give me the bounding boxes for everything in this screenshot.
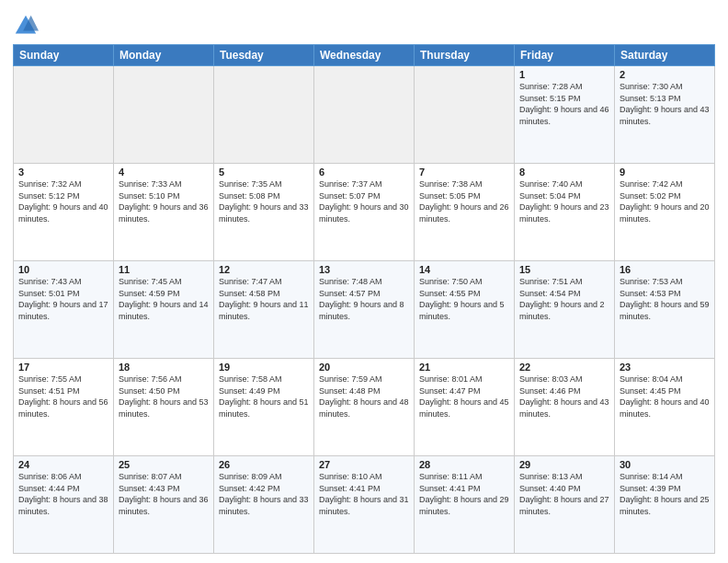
- day-number: 1: [519, 69, 609, 80]
- calendar-table: SundayMondayTuesdayWednesdayThursdayFrid…: [13, 44, 715, 554]
- day-number: 30: [620, 459, 710, 470]
- day-info: Sunrise: 8:14 AM Sunset: 4:39 PM Dayligh…: [620, 471, 710, 517]
- day-number: 22: [519, 362, 609, 373]
- day-info: Sunrise: 7:42 AM Sunset: 5:02 PM Dayligh…: [620, 178, 710, 224]
- calendar-day-cell: 29Sunrise: 8:13 AM Sunset: 4:40 PM Dayli…: [515, 456, 615, 554]
- calendar-day-cell: 22Sunrise: 8:03 AM Sunset: 4:46 PM Dayli…: [515, 359, 615, 456]
- day-info: Sunrise: 7:59 AM Sunset: 4:48 PM Dayligh…: [319, 373, 409, 419]
- calendar-day-cell: 13Sunrise: 7:48 AM Sunset: 4:57 PM Dayli…: [314, 261, 415, 359]
- day-number: 12: [219, 264, 309, 275]
- day-info: Sunrise: 7:28 AM Sunset: 5:15 PM Dayligh…: [519, 81, 609, 127]
- day-info: Sunrise: 8:09 AM Sunset: 4:42 PM Dayligh…: [219, 471, 309, 517]
- day-number: 14: [419, 264, 509, 275]
- calendar-day-cell: 7Sunrise: 7:38 AM Sunset: 5:05 PM Daylig…: [415, 164, 515, 261]
- day-number: 19: [219, 362, 309, 373]
- calendar-day-cell: 26Sunrise: 8:09 AM Sunset: 4:42 PM Dayli…: [214, 456, 314, 554]
- calendar-day-cell: 2Sunrise: 7:30 AM Sunset: 5:13 PM Daylig…: [615, 66, 715, 164]
- day-info: Sunrise: 7:38 AM Sunset: 5:05 PM Dayligh…: [419, 178, 509, 224]
- day-number: 11: [119, 264, 209, 275]
- calendar-day-header: Wednesday: [314, 45, 415, 66]
- calendar-day-cell: 8Sunrise: 7:40 AM Sunset: 5:04 PM Daylig…: [515, 164, 615, 261]
- day-number: 24: [18, 459, 108, 470]
- calendar-week-row: 3Sunrise: 7:32 AM Sunset: 5:12 PM Daylig…: [14, 164, 715, 261]
- day-info: Sunrise: 7:32 AM Sunset: 5:12 PM Dayligh…: [18, 178, 108, 224]
- day-info: Sunrise: 7:56 AM Sunset: 4:50 PM Dayligh…: [119, 373, 209, 419]
- day-number: 25: [119, 459, 209, 470]
- calendar-day-cell: 25Sunrise: 8:07 AM Sunset: 4:43 PM Dayli…: [114, 456, 214, 554]
- day-info: Sunrise: 8:01 AM Sunset: 4:47 PM Dayligh…: [419, 373, 509, 419]
- calendar-day-cell: 30Sunrise: 8:14 AM Sunset: 4:39 PM Dayli…: [615, 456, 715, 554]
- calendar-day-header: Monday: [114, 45, 214, 66]
- day-info: Sunrise: 8:06 AM Sunset: 4:44 PM Dayligh…: [18, 471, 108, 517]
- day-number: 21: [419, 362, 509, 373]
- calendar-header-row: SundayMondayTuesdayWednesdayThursdayFrid…: [14, 45, 715, 66]
- calendar-day-cell: 10Sunrise: 7:43 AM Sunset: 5:01 PM Dayli…: [14, 261, 114, 359]
- day-info: Sunrise: 7:48 AM Sunset: 4:57 PM Dayligh…: [319, 276, 409, 322]
- day-info: Sunrise: 7:33 AM Sunset: 5:10 PM Dayligh…: [119, 178, 209, 224]
- day-number: 8: [519, 167, 609, 178]
- day-number: 10: [18, 264, 108, 275]
- day-info: Sunrise: 7:37 AM Sunset: 5:07 PM Dayligh…: [319, 178, 409, 224]
- day-number: 28: [419, 459, 509, 470]
- logo: [13, 13, 40, 39]
- calendar-day-cell: 1Sunrise: 7:28 AM Sunset: 5:15 PM Daylig…: [515, 66, 615, 164]
- day-number: 2: [620, 69, 710, 80]
- day-info: Sunrise: 8:03 AM Sunset: 4:46 PM Dayligh…: [519, 373, 609, 419]
- calendar-day-cell: [415, 66, 515, 164]
- day-number: 5: [219, 167, 309, 178]
- calendar-day-cell: 28Sunrise: 8:11 AM Sunset: 4:41 PM Dayli…: [415, 456, 515, 554]
- calendar-day-cell: [214, 66, 314, 164]
- day-number: 18: [119, 362, 209, 373]
- calendar-week-row: 17Sunrise: 7:55 AM Sunset: 4:51 PM Dayli…: [14, 359, 715, 456]
- calendar-day-header: Tuesday: [214, 45, 314, 66]
- calendar-day-cell: 18Sunrise: 7:56 AM Sunset: 4:50 PM Dayli…: [114, 359, 214, 456]
- day-number: 7: [419, 167, 509, 178]
- day-number: 26: [219, 459, 309, 470]
- calendar-day-header: Friday: [515, 45, 615, 66]
- day-number: 29: [519, 459, 609, 470]
- day-number: 4: [119, 167, 209, 178]
- day-info: Sunrise: 7:50 AM Sunset: 4:55 PM Dayligh…: [419, 276, 509, 322]
- day-info: Sunrise: 7:58 AM Sunset: 4:49 PM Dayligh…: [219, 373, 309, 419]
- day-info: Sunrise: 7:51 AM Sunset: 4:54 PM Dayligh…: [519, 276, 609, 322]
- calendar-day-cell: 3Sunrise: 7:32 AM Sunset: 5:12 PM Daylig…: [14, 164, 114, 261]
- day-number: 15: [519, 264, 609, 275]
- day-number: 9: [620, 167, 710, 178]
- calendar-day-cell: 5Sunrise: 7:35 AM Sunset: 5:08 PM Daylig…: [214, 164, 314, 261]
- day-info: Sunrise: 8:10 AM Sunset: 4:41 PM Dayligh…: [319, 471, 409, 517]
- calendar-day-cell: 27Sunrise: 8:10 AM Sunset: 4:41 PM Dayli…: [314, 456, 415, 554]
- day-number: 6: [319, 167, 409, 178]
- calendar-day-cell: 19Sunrise: 7:58 AM Sunset: 4:49 PM Dayli…: [214, 359, 314, 456]
- day-info: Sunrise: 7:45 AM Sunset: 4:59 PM Dayligh…: [119, 276, 209, 322]
- calendar-day-cell: 15Sunrise: 7:51 AM Sunset: 4:54 PM Dayli…: [515, 261, 615, 359]
- day-number: 17: [18, 362, 108, 373]
- day-info: Sunrise: 8:13 AM Sunset: 4:40 PM Dayligh…: [519, 471, 609, 517]
- calendar-day-cell: 23Sunrise: 8:04 AM Sunset: 4:45 PM Dayli…: [615, 359, 715, 456]
- day-info: Sunrise: 8:07 AM Sunset: 4:43 PM Dayligh…: [119, 471, 209, 517]
- calendar-day-header: Sunday: [14, 45, 114, 66]
- calendar-day-cell: [314, 66, 415, 164]
- calendar-day-cell: 6Sunrise: 7:37 AM Sunset: 5:07 PM Daylig…: [314, 164, 415, 261]
- day-number: 3: [18, 167, 108, 178]
- calendar-day-cell: 9Sunrise: 7:42 AM Sunset: 5:02 PM Daylig…: [615, 164, 715, 261]
- day-number: 27: [319, 459, 409, 470]
- day-info: Sunrise: 7:55 AM Sunset: 4:51 PM Dayligh…: [18, 373, 108, 419]
- calendar-day-cell: [14, 66, 114, 164]
- calendar-day-cell: 24Sunrise: 8:06 AM Sunset: 4:44 PM Dayli…: [14, 456, 114, 554]
- calendar-day-cell: 16Sunrise: 7:53 AM Sunset: 4:53 PM Dayli…: [615, 261, 715, 359]
- calendar-week-row: 24Sunrise: 8:06 AM Sunset: 4:44 PM Dayli…: [14, 456, 715, 554]
- day-number: 20: [319, 362, 409, 373]
- day-info: Sunrise: 7:35 AM Sunset: 5:08 PM Dayligh…: [219, 178, 309, 224]
- calendar-week-row: 10Sunrise: 7:43 AM Sunset: 5:01 PM Dayli…: [14, 261, 715, 359]
- calendar-day-cell: 11Sunrise: 7:45 AM Sunset: 4:59 PM Dayli…: [114, 261, 214, 359]
- calendar-day-cell: 21Sunrise: 8:01 AM Sunset: 4:47 PM Dayli…: [415, 359, 515, 456]
- day-info: Sunrise: 7:53 AM Sunset: 4:53 PM Dayligh…: [620, 276, 710, 322]
- day-info: Sunrise: 7:40 AM Sunset: 5:04 PM Dayligh…: [519, 178, 609, 224]
- day-info: Sunrise: 7:30 AM Sunset: 5:13 PM Dayligh…: [620, 81, 710, 127]
- day-number: 23: [620, 362, 710, 373]
- calendar-day-cell: 14Sunrise: 7:50 AM Sunset: 4:55 PM Dayli…: [415, 261, 515, 359]
- calendar-day-cell: 12Sunrise: 7:47 AM Sunset: 4:58 PM Dayli…: [214, 261, 314, 359]
- day-number: 13: [319, 264, 409, 275]
- day-info: Sunrise: 7:43 AM Sunset: 5:01 PM Dayligh…: [18, 276, 108, 322]
- calendar-day-cell: [114, 66, 214, 164]
